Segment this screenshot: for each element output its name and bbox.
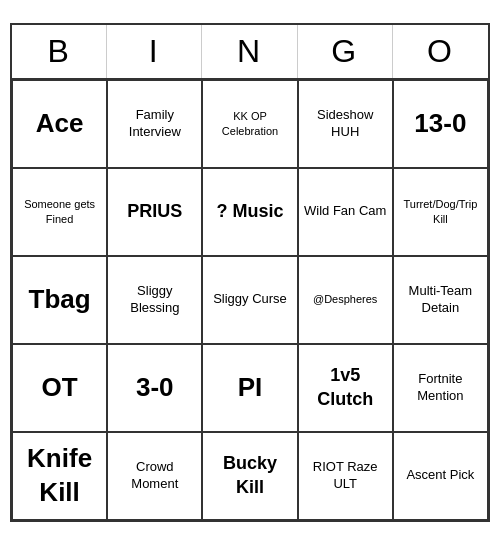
bingo-cell-15: OT bbox=[12, 344, 107, 432]
bingo-cell-8: Wild Fan Cam bbox=[298, 168, 393, 256]
bingo-cell-22: Bucky Kill bbox=[202, 432, 297, 520]
bingo-cell-18: 1v5 Clutch bbox=[298, 344, 393, 432]
bingo-cell-13: @Despheres bbox=[298, 256, 393, 344]
header-letter: O bbox=[393, 25, 488, 78]
bingo-cell-14: Multi-Team Detain bbox=[393, 256, 488, 344]
bingo-cell-5: Someone gets Fined bbox=[12, 168, 107, 256]
bingo-cell-19: Fortnite Mention bbox=[393, 344, 488, 432]
bingo-cell-3: Sideshow HUH bbox=[298, 80, 393, 168]
bingo-cell-2: KK OP Celebration bbox=[202, 80, 297, 168]
bingo-cell-0: Ace bbox=[12, 80, 107, 168]
bingo-cell-17: PI bbox=[202, 344, 297, 432]
bingo-cell-9: Turret/Dog/Trip Kill bbox=[393, 168, 488, 256]
bingo-cell-24: Ascent Pick bbox=[393, 432, 488, 520]
bingo-cell-7: ? Music bbox=[202, 168, 297, 256]
bingo-card: BINGO AceFamily InterviewKK OP Celebrati… bbox=[10, 23, 490, 522]
bingo-cell-21: Crowd Moment bbox=[107, 432, 202, 520]
bingo-header: BINGO bbox=[12, 25, 488, 80]
bingo-cell-4: 13-0 bbox=[393, 80, 488, 168]
bingo-cell-6: PRIUS bbox=[107, 168, 202, 256]
header-letter: G bbox=[298, 25, 393, 78]
bingo-cell-23: RIOT Raze ULT bbox=[298, 432, 393, 520]
bingo-cell-20: Knife Kill bbox=[12, 432, 107, 520]
header-letter: B bbox=[12, 25, 107, 78]
bingo-grid: AceFamily InterviewKK OP CelebrationSide… bbox=[12, 80, 488, 520]
bingo-cell-11: Sliggy Blessing bbox=[107, 256, 202, 344]
bingo-cell-12: Sliggy Curse bbox=[202, 256, 297, 344]
bingo-cell-1: Family Interview bbox=[107, 80, 202, 168]
bingo-cell-10: Tbag bbox=[12, 256, 107, 344]
header-letter: N bbox=[202, 25, 297, 78]
header-letter: I bbox=[107, 25, 202, 78]
bingo-cell-16: 3-0 bbox=[107, 344, 202, 432]
